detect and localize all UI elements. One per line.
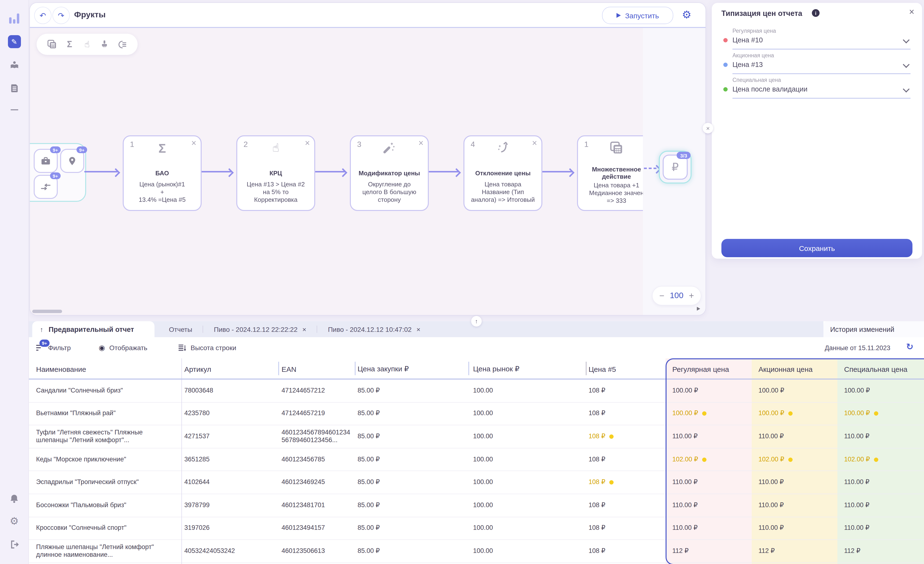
promo-price-select[interactable]: Акционная цена Цена #13 bbox=[723, 53, 910, 74]
filter-icon: 9+ bbox=[36, 344, 44, 351]
flow-node-multi-action[interactable]: 1 × Множественное действие Цена товара +… bbox=[577, 135, 643, 211]
node-body: Цена товараНазвание (Типаналога) => Итог… bbox=[466, 180, 540, 203]
column-resize-handle[interactable] bbox=[468, 362, 469, 375]
flow-node-krc[interactable]: 2 × ☝ КРЦ Цена #13 > Цена #2на 5% тоКорр… bbox=[236, 135, 315, 211]
column-header[interactable]: Регулярная цена bbox=[672, 358, 729, 379]
special-price-select[interactable]: Специальная цена Цена после валидации bbox=[723, 77, 910, 99]
table-row[interactable]: Туфли "Летняя свежесть" Пляжные шлепанцы… bbox=[28, 425, 924, 448]
header-underline bbox=[28, 379, 924, 379]
cell-regular-price: 112 ₽ bbox=[672, 540, 753, 562]
column-header[interactable]: Акционная цена bbox=[759, 358, 813, 379]
cell-purchase-price: 85.00 ₽ bbox=[358, 471, 430, 494]
cell-name: Босоножки "Пальмовый бриз" bbox=[36, 494, 175, 517]
node-title: Множественное действие bbox=[581, 166, 643, 180]
filter-badge: 9+ bbox=[39, 340, 50, 347]
cell-ean: 471244657219 bbox=[282, 402, 353, 425]
scroll-right-arrow-icon[interactable] bbox=[697, 307, 700, 311]
column-header[interactable]: EAN bbox=[282, 358, 297, 379]
cell-article: 78003648 bbox=[184, 379, 276, 402]
canvas-settings-gear-icon[interactable]: ⚙ bbox=[682, 9, 692, 21]
table-row[interactable]: Пляжные шлепанцы "Летний комфорт" длинно… bbox=[28, 540, 924, 563]
regular-price-select[interactable]: Регулярная цена Цена #10 bbox=[723, 28, 910, 50]
column-header[interactable]: Цена рынок ₽ bbox=[473, 358, 519, 379]
column-header[interactable]: Артикул bbox=[184, 358, 211, 379]
column-header[interactable]: Цена закупки ₽ bbox=[358, 358, 409, 379]
column-resize-handle[interactable] bbox=[355, 362, 356, 375]
history-button[interactable]: История изменений bbox=[824, 321, 924, 337]
warning-dot bbox=[702, 457, 706, 462]
redo-button[interactable]: ↷ bbox=[52, 7, 70, 24]
settings-icon[interactable]: ⚙ bbox=[8, 515, 21, 527]
tab-beer-2[interactable]: Пиво - 2024.12.12 10:47:02× bbox=[317, 325, 431, 333]
info-icon[interactable]: i bbox=[812, 9, 820, 17]
save-button[interactable]: Сохранить bbox=[722, 239, 912, 257]
row-height-button[interactable]: Высота строки bbox=[178, 337, 236, 358]
cell-market-price: 100.00 bbox=[473, 517, 545, 540]
notifications-icon[interactable] bbox=[8, 492, 21, 505]
tap-hand-icon[interactable]: ☝ bbox=[82, 39, 92, 50]
cell-article: 3651285 bbox=[184, 448, 276, 471]
documents-icon[interactable] bbox=[8, 82, 21, 95]
cell-market-price: 100.00 bbox=[473, 448, 545, 471]
display-button[interactable]: ◉ Отображать bbox=[99, 337, 147, 358]
close-icon[interactable]: × bbox=[909, 7, 914, 17]
table-row[interactable]: Кроссовки "Солнечный спорт" 3197026 4601… bbox=[28, 517, 924, 540]
sum-icon[interactable]: Σ bbox=[64, 39, 75, 50]
brush-icon[interactable] bbox=[99, 39, 110, 50]
horizontal-scrollbar-thumb[interactable] bbox=[32, 310, 62, 313]
close-icon[interactable]: × bbox=[303, 325, 306, 333]
analytics-icon[interactable] bbox=[8, 12, 21, 24]
catalog-icon[interactable] bbox=[8, 59, 21, 71]
expand-panel-button[interactable]: ↑ bbox=[471, 316, 482, 326]
chevron-down-icon bbox=[903, 37, 910, 44]
column-header[interactable]: Наименование bbox=[36, 358, 86, 379]
location-pin-node[interactable]: 9+ bbox=[60, 149, 84, 173]
tab-reports[interactable]: Отчеты bbox=[158, 325, 203, 333]
cell-purchase-price: 85.00 ₽ bbox=[358, 379, 430, 402]
table-row[interactable]: Кеды "Морское приключение" 3651285 46012… bbox=[28, 448, 924, 471]
converge-arrows-node[interactable]: 9+ bbox=[34, 175, 58, 199]
flow-node-modifier[interactable]: 3 × Модификатор цены Округление доцелого… bbox=[350, 135, 429, 211]
node-title: КРЦ bbox=[240, 170, 311, 177]
sequence-icon[interactable] bbox=[117, 39, 128, 50]
tab-beer-1[interactable]: Пиво - 2024.12.12 22:22:22× bbox=[203, 325, 317, 333]
flow-node-deviation[interactable]: 4 × Отклонение цены Цена товараНазвание … bbox=[464, 135, 542, 211]
briefcase-node[interactable]: 9+ bbox=[34, 149, 58, 173]
column-resize-handle[interactable] bbox=[586, 362, 586, 375]
table-row[interactable]: Эспадрильи "Тропический отпуск" 4102644 … bbox=[28, 471, 924, 494]
table-row[interactable]: Босоножки "Пальмовый бриз" 3978799 46012… bbox=[28, 494, 924, 517]
calculator-copy-icon[interactable] bbox=[46, 39, 57, 50]
flow-node-bao[interactable]: 1 × Σ БАО Цена (рынок)#1+13.4% =Цена #5 bbox=[123, 135, 202, 211]
cell-regular-price: 100.00 ₽ bbox=[672, 379, 753, 402]
arrow-up-icon: ↑ bbox=[40, 325, 44, 333]
close-icon[interactable]: × bbox=[417, 325, 420, 333]
source-group[interactable]: 9+ 9+ 9+ bbox=[30, 143, 86, 202]
run-button[interactable]: Запустить bbox=[602, 7, 673, 24]
tab-preliminary-report[interactable]: ↑ Предварительный отчет bbox=[32, 321, 154, 337]
table-row[interactable]: Вьетнамки "Пляжный рай" 4235780 47124465… bbox=[28, 402, 924, 425]
cell-name: Туфли "Летняя свежесть" Пляжные шлепанцы… bbox=[36, 425, 175, 448]
filter-button[interactable]: 9+ Фильтр bbox=[36, 337, 71, 358]
cell-regular-price: 100.00 ₽ bbox=[672, 402, 753, 425]
zoom-in-button[interactable]: + bbox=[689, 291, 694, 301]
result-node[interactable]: ₽ 3/3 bbox=[659, 151, 692, 183]
table-row[interactable]: Сандалии "Солнечный бриз" 78003648 47124… bbox=[28, 379, 924, 402]
column-header[interactable]: Цена #5 bbox=[589, 358, 616, 379]
cell-regular-price: 110.00 ₽ bbox=[672, 471, 753, 494]
refresh-icon[interactable]: ↻ bbox=[906, 341, 914, 352]
cell-ean: 460123456789460123456789460123456... bbox=[282, 425, 353, 448]
column-header[interactable]: Специальная цена bbox=[844, 358, 908, 379]
editor-icon[interactable]: ✎ bbox=[8, 35, 21, 48]
cell-special-price: 110.00 ₽ bbox=[844, 471, 921, 494]
cell-ean: 460123469245 bbox=[282, 471, 353, 494]
logout-icon[interactable] bbox=[8, 538, 21, 550]
arrowhead-icon bbox=[225, 168, 234, 177]
warning-dot bbox=[874, 412, 878, 416]
column-resize-handle[interactable] bbox=[278, 362, 279, 375]
node-body: Цена (рынок)#1+13.4% =Цена #5 bbox=[126, 180, 199, 203]
zoom-value: 100 bbox=[670, 291, 684, 301]
panel-collapse-button[interactable]: × bbox=[703, 123, 713, 134]
flow-area[interactable]: Σ ☝ 9+ 9+ 9+ 9+ bbox=[30, 28, 643, 315]
undo-button[interactable]: ↶ bbox=[34, 7, 51, 24]
zoom-out-button[interactable]: − bbox=[659, 291, 664, 301]
